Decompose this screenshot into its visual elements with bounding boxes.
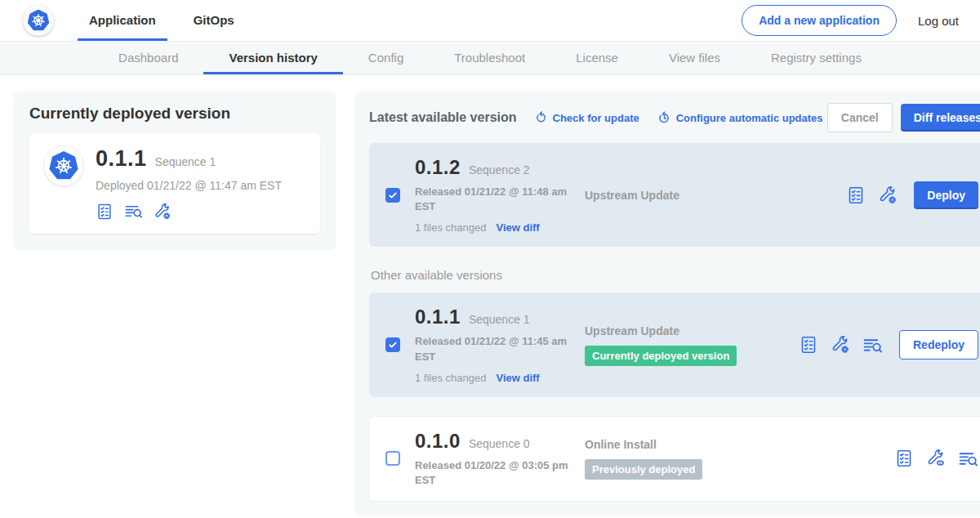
- logout-button[interactable]: Log out: [918, 14, 959, 28]
- files-changed-label: 1 files changed: [415, 221, 486, 234]
- view-diff-link[interactable]: View diff: [496, 372, 539, 384]
- version-select-checkbox[interactable]: [385, 188, 400, 203]
- check-for-update-link[interactable]: Check for update: [535, 111, 639, 124]
- version-number: 0.1.0: [415, 430, 461, 453]
- tab-troubleshoot[interactable]: Troubleshoot: [429, 42, 550, 74]
- currently-deployed-card: Currently deployed version 0.1.1 Sequenc…: [13, 92, 336, 250]
- version-info: 0.1.0 Sequence 0 Released 01/20/22 @ 03:…: [415, 430, 577, 488]
- deployed-version-card: 0.1.1 Sequence 1 Deployed 01/21/22 @ 11:…: [29, 133, 320, 234]
- version-select-checkbox[interactable]: [385, 337, 400, 352]
- deployed-version-info: 0.1.1 Sequence 1 Deployed 01/21/22 @ 11:…: [96, 146, 282, 221]
- version-actions: Deploy: [846, 181, 978, 209]
- add-new-application-button[interactable]: Add a new application: [742, 5, 897, 36]
- cancel-button[interactable]: Cancel: [827, 103, 893, 132]
- released-timestamp: Released 01/21/22 @ 11:45 am EST: [415, 334, 570, 364]
- version-source: Upstream Update Currently deployed versi…: [585, 324, 799, 366]
- checkmark-icon: [387, 190, 399, 201]
- version-number: 0.1.1: [415, 306, 461, 328]
- configure-automatic-updates-label: Configure automatic updates: [676, 112, 823, 124]
- source-label: Upstream Update: [585, 189, 799, 202]
- sequence-label: Sequence 0: [469, 437, 530, 450]
- version-source: Online Install Previously deployed: [585, 438, 799, 480]
- version-row: 0.1.1 Sequence 1 Released 01/21/22 @ 11:…: [369, 292, 980, 396]
- check-for-update-label: Check for update: [553, 112, 639, 124]
- checkmark-icon: [387, 339, 399, 351]
- view-logs-icon[interactable]: [958, 449, 978, 469]
- primary-tabs: Application GitOps: [70, 0, 253, 41]
- deployed-sequence-label: Sequence 1: [155, 155, 216, 168]
- deploy-button[interactable]: Deploy: [914, 181, 978, 209]
- view-logs-icon[interactable]: [124, 202, 143, 221]
- tab-gitops[interactable]: GitOps: [182, 0, 246, 41]
- preflight-checklist-icon[interactable]: [894, 449, 914, 468]
- configure-automatic-updates-link[interactable]: Configure automatic updates: [657, 111, 823, 125]
- redeploy-button[interactable]: Redeploy: [899, 330, 978, 359]
- tab-application[interactable]: Application: [78, 0, 167, 41]
- released-timestamp: Released 01/21/22 @ 11:48 am EST: [415, 185, 570, 214]
- version-row: 0.1.2 Sequence 2 Released 01/21/22 @ 11:…: [369, 143, 980, 247]
- version-source: Upstream Update: [585, 189, 799, 202]
- version-info: 0.1.1 Sequence 1 Released 01/21/22 @ 11:…: [415, 306, 577, 383]
- top-nav-right: Add a new application Log out: [742, 5, 959, 36]
- tab-view-files[interactable]: View files: [644, 42, 746, 74]
- available-versions-header: Latest available version Check for updat…: [369, 103, 980, 132]
- config-wrench-eye-icon[interactable]: [926, 449, 946, 468]
- version-history-page: Currently deployed version 0.1.1 Sequenc…: [0, 75, 980, 516]
- version-info: 0.1.2 Sequence 2 Released 01/21/22 @ 11:…: [415, 156, 577, 234]
- preflight-checklist-icon[interactable]: [846, 185, 866, 205]
- app-logo[interactable]: [23, 5, 54, 36]
- view-diff-link[interactable]: View diff: [496, 221, 539, 234]
- app-sub-nav: Dashboard Version history Config Trouble…: [0, 41, 980, 75]
- preflight-checklist-icon[interactable]: [96, 203, 114, 221]
- deployed-timestamp: Deployed 01/21/22 @ 11:47 am EST: [96, 179, 282, 192]
- currently-deployed-title: Currently deployed version: [29, 105, 320, 123]
- config-wrench-gear-icon[interactable]: [831, 335, 850, 355]
- diff-releases-button[interactable]: Diff releases: [901, 104, 980, 132]
- released-timestamp: Released 01/20/22 @ 03:05 pm EST: [415, 458, 570, 488]
- sequence-label: Sequence 1: [469, 313, 530, 326]
- scheduled-update-clock-icon: [657, 111, 671, 125]
- other-available-versions-title: Other available versions: [371, 268, 980, 282]
- app-icon-badge: [44, 146, 83, 185]
- files-changed-label: 1 files changed: [415, 372, 486, 384]
- tab-license[interactable]: License: [550, 42, 644, 74]
- currently-deployed-badge: Currently deployed version: [585, 346, 737, 366]
- version-row: 0.1.0 Sequence 0 Released 01/20/22 @ 03:…: [369, 417, 980, 501]
- kubernetes-logo-icon: [28, 10, 50, 32]
- view-logs-icon[interactable]: [862, 335, 883, 355]
- top-nav: Application GitOps Add a new application…: [0, 0, 980, 41]
- version-select-checkbox[interactable]: [385, 451, 400, 466]
- config-wrench-gear-icon[interactable]: [154, 203, 172, 221]
- preflight-checklist-icon[interactable]: [799, 335, 818, 355]
- version-number: 0.1.2: [415, 156, 461, 179]
- deployed-version-number: 0.1.1: [96, 146, 147, 172]
- config-wrench-gear-icon[interactable]: [878, 185, 898, 205]
- source-label: Online Install: [585, 438, 799, 451]
- tab-dashboard[interactable]: Dashboard: [93, 42, 203, 74]
- version-actions: Redeploy: [799, 330, 978, 359]
- source-label: Upstream Update: [585, 324, 799, 337]
- tab-registry-settings[interactable]: Registry settings: [746, 42, 887, 74]
- latest-available-title: Latest available version: [369, 110, 517, 125]
- available-versions-panel: Latest available version Check for updat…: [354, 92, 980, 516]
- previously-deployed-badge: Previously deployed: [585, 459, 702, 480]
- tab-version-history[interactable]: Version history: [203, 42, 342, 74]
- version-actions: [894, 449, 978, 469]
- sequence-label: Sequence 2: [469, 163, 530, 176]
- tab-config[interactable]: Config: [343, 42, 429, 74]
- kubernetes-app-icon: [49, 151, 78, 181]
- refresh-circle-arrow-icon: [535, 111, 548, 124]
